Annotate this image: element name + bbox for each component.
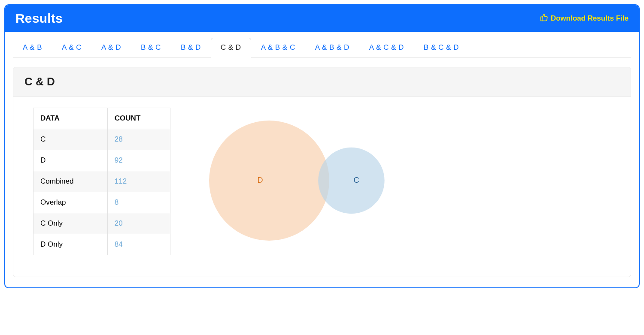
tab[interactable]: B & C xyxy=(131,38,171,57)
panel-body: A & BA & CA & DB & CB & DC & DA & B & CA… xyxy=(5,32,639,287)
tab[interactable]: C & D xyxy=(211,38,251,57)
table-row: C28 xyxy=(33,129,170,150)
col-data-header: DATA xyxy=(33,108,108,129)
table-row: Combined112 xyxy=(33,171,170,192)
tab[interactable]: A & C xyxy=(52,38,91,57)
tab[interactable]: A & D xyxy=(91,38,131,57)
table-row: C Only20 xyxy=(33,213,170,234)
panel-header: Results Download Results File xyxy=(5,5,639,32)
table-row: D92 xyxy=(33,150,170,171)
cell-data: Overlap xyxy=(33,192,108,213)
cell-count[interactable]: 112 xyxy=(107,171,170,192)
cell-data: D xyxy=(33,150,108,171)
cell-count[interactable]: 20 xyxy=(107,213,170,234)
download-results-button[interactable]: Download Results File xyxy=(540,13,629,24)
venn-label: D xyxy=(258,176,263,184)
section-title: C & D xyxy=(13,67,631,97)
section-body: DATA COUNT C28D92Combined112Overlap8C On… xyxy=(13,97,631,277)
table-row: D Only84 xyxy=(33,234,170,255)
data-table: DATA COUNT C28D92Combined112Overlap8C On… xyxy=(33,108,170,255)
cell-data: C xyxy=(33,129,108,150)
page-title: Results xyxy=(15,11,63,26)
venn-diagram: DC xyxy=(196,108,385,255)
venn-circle xyxy=(209,121,329,241)
venn-circle xyxy=(318,148,384,214)
tab-bar: A & BA & CA & DB & CB & DC & DA & B & CA… xyxy=(13,38,631,57)
tab[interactable]: A & B & C xyxy=(251,38,305,57)
tab[interactable]: B & D xyxy=(171,38,211,57)
tab[interactable]: A & C & D xyxy=(359,38,414,57)
cell-count[interactable]: 8 xyxy=(107,192,170,213)
cell-count[interactable]: 84 xyxy=(107,234,170,255)
download-results-label: Download Results File xyxy=(551,14,629,23)
thumbs-up-icon xyxy=(540,13,548,24)
table-row: Overlap8 xyxy=(33,192,170,213)
venn-label: C xyxy=(353,176,359,184)
cell-data: Combined xyxy=(33,171,108,192)
tab[interactable]: A & B xyxy=(13,38,52,57)
tab[interactable]: A & B & D xyxy=(305,38,359,57)
cell-data: C Only xyxy=(33,213,108,234)
cell-data: D Only xyxy=(33,234,108,255)
results-section: C & D DATA COUNT C28D92Combined112Overla… xyxy=(13,67,631,277)
cell-count[interactable]: 28 xyxy=(107,129,170,150)
col-count-header: COUNT xyxy=(107,108,170,129)
tab[interactable]: B & C & D xyxy=(414,38,469,57)
results-panel: Results Download Results File A & BA & C… xyxy=(4,4,640,288)
cell-count[interactable]: 92 xyxy=(107,150,170,171)
